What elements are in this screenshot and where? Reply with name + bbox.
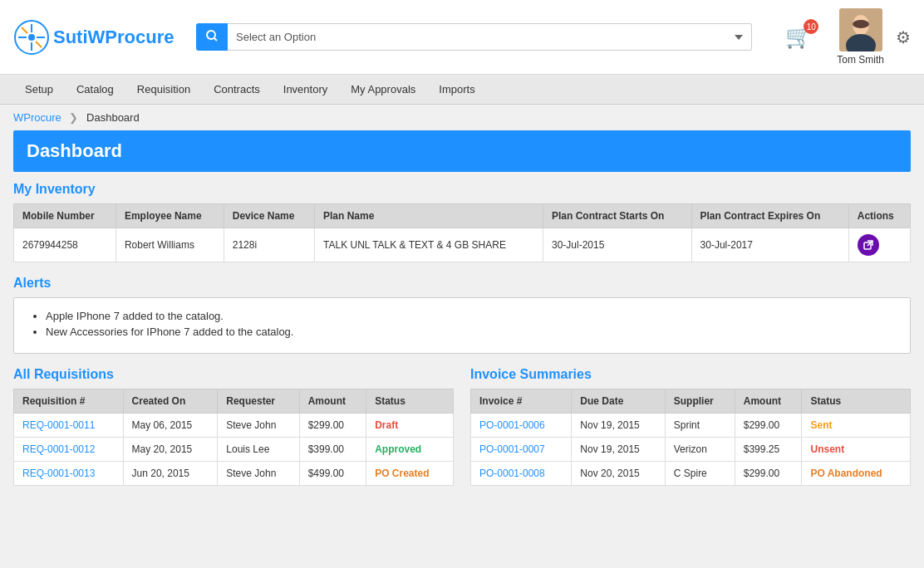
inv-status-0: Sent [802, 414, 911, 438]
inv-col-id: Invoice # [471, 389, 572, 414]
logo-suti: Suti [53, 27, 88, 47]
logo-icon [13, 19, 50, 56]
table-row: REQ-0001-0013 Jun 20, 2015 Steve John $4… [14, 462, 454, 486]
req-link-1[interactable]: REQ-0001-0012 [22, 443, 95, 455]
user-area: Tom Smith [837, 8, 884, 66]
inventory-section: My Inventory Mobile Number Employee Name… [13, 182, 911, 262]
bottom-section: All Requisitions Requisition # Created O… [13, 367, 911, 499]
inventory-plan: TALK UNL TALK & TEXT & 4 GB SHARE [315, 228, 543, 262]
inventory-title: My Inventory [13, 182, 911, 197]
inv-col-status: Status [802, 389, 911, 414]
inv-date-2: Nov 20, 2015 [572, 462, 665, 486]
edit-external-icon [863, 240, 873, 250]
nav-item-catalog[interactable]: Catalog [65, 75, 125, 104]
search-button[interactable] [196, 23, 228, 51]
inventory-col-device: Device Name [224, 204, 314, 228]
nav-item-my-approvals[interactable]: My Approvals [339, 75, 427, 104]
search-icon [206, 30, 218, 42]
header: SutiWProcure Select an Option 🛒 10 T [0, 0, 924, 75]
nav-item-contracts[interactable]: Contracts [202, 75, 272, 104]
alerts-section: Alerts Apple IPhone 7 added to the catal… [13, 276, 911, 354]
cart-badge: 10 [804, 19, 818, 34]
avatar-image [839, 8, 882, 51]
logo-area: SutiWProcure [13, 19, 179, 56]
avatar [839, 8, 882, 51]
inventory-action-cell [848, 228, 910, 262]
inventory-col-actions: Actions [848, 204, 910, 228]
inv-link-1[interactable]: PO-0001-0007 [479, 443, 545, 455]
inv-id-1: PO-0001-0007 [471, 438, 572, 462]
nav-bar: Setup Catalog Requisition Contracts Inve… [0, 75, 924, 105]
requisitions-section: All Requisitions Requisition # Created O… [13, 367, 454, 499]
content-area: My Inventory Mobile Number Employee Name… [0, 182, 924, 499]
inv-supplier-0: Sprint [665, 414, 735, 438]
inventory-col-starts: Plan Contract Starts On [543, 204, 692, 228]
svg-line-15 [867, 241, 872, 246]
inv-date-0: Nov 19, 2015 [572, 414, 665, 438]
req-amount-2: $499.00 [299, 462, 366, 486]
search-area: Select an Option [196, 23, 752, 51]
inv-id-0: PO-0001-0006 [471, 414, 572, 438]
settings-icon[interactable]: ⚙ [896, 27, 911, 47]
inventory-col-employee: Employee Name [116, 204, 224, 228]
table-row: 2679944258 Robert Williams 2128i TALK UN… [14, 228, 911, 262]
req-requester-2: Steve John [218, 462, 299, 486]
invoices-title: Invoice Summaries [470, 367, 911, 382]
inv-supplier-2: C Spire [665, 462, 735, 486]
req-col-id: Requisition # [14, 389, 124, 414]
logo-text: SutiWProcure [53, 27, 174, 48]
inventory-starts: 30-Jul-2015 [543, 228, 692, 262]
inventory-device: 2128i [224, 228, 314, 262]
table-row: REQ-0001-0012 May 20, 2015 Louis Lee $39… [14, 438, 454, 462]
page-title: Dashboard [13, 130, 911, 172]
inv-col-date: Due Date [572, 389, 665, 414]
alerts-title: Alerts [13, 276, 911, 291]
inv-link-0[interactable]: PO-0001-0006 [479, 419, 545, 431]
inv-amount-2: $299.00 [735, 462, 802, 486]
alerts-list: Apple IPhone 7 added to the catalog. New… [29, 310, 895, 338]
alert-item-0: Apple IPhone 7 added to the catalog. [46, 310, 895, 322]
nav-item-setup[interactable]: Setup [13, 75, 65, 104]
req-id-2: REQ-0001-0013 [14, 462, 124, 486]
breadcrumb-separator: ❯ [69, 111, 78, 124]
req-id-0: REQ-0001-0011 [14, 414, 124, 438]
req-col-requester: Requester [218, 389, 299, 414]
req-link-0[interactable]: REQ-0001-0011 [22, 419, 95, 431]
req-date-0: May 06, 2015 [123, 414, 218, 438]
cart-area[interactable]: 🛒 10 [785, 24, 812, 50]
req-link-2[interactable]: REQ-0001-0013 [22, 468, 95, 479]
inventory-action-button[interactable] [858, 234, 879, 256]
inv-link-2[interactable]: PO-0001-0008 [479, 468, 545, 479]
alerts-box: Apple IPhone 7 added to the catalog. New… [13, 297, 911, 354]
req-requester-0: Steve John [218, 414, 299, 438]
invoices-table: Invoice # Due Date Supplier Amount Statu… [470, 389, 911, 486]
svg-line-6 [22, 27, 27, 33]
inventory-expires: 30-Jul-2017 [691, 228, 848, 262]
nav-item-requisition[interactable]: Requisition [125, 75, 202, 104]
req-col-date: Created On [123, 389, 218, 414]
inv-status-2: PO Abandoned [802, 462, 911, 486]
svg-point-1 [28, 34, 35, 41]
nav-item-imports[interactable]: Imports [427, 75, 486, 104]
table-row: REQ-0001-0011 May 06, 2015 Steve John $2… [14, 414, 454, 438]
inventory-col-plan: Plan Name [315, 204, 543, 228]
inv-amount-1: $399.25 [735, 438, 802, 462]
inv-status-1: Unsent [802, 438, 911, 462]
inventory-col-expires: Plan Contract Expires On [691, 204, 848, 228]
req-requester-1: Louis Lee [218, 438, 299, 462]
req-id-1: REQ-0001-0012 [14, 438, 124, 462]
inv-date-1: Nov 19, 2015 [572, 438, 665, 462]
table-row: PO-0001-0006 Nov 19, 2015 Sprint $299.00… [471, 414, 911, 438]
requisitions-title: All Requisitions [13, 367, 454, 382]
logo-wprocure: WProcure [88, 27, 174, 47]
inv-supplier-1: Verizon [665, 438, 735, 462]
table-row: PO-0001-0008 Nov 20, 2015 C Spire $299.0… [471, 462, 911, 486]
breadcrumb-home[interactable]: WProcure [13, 111, 61, 124]
req-status-2: PO Created [366, 462, 454, 486]
inv-id-2: PO-0001-0008 [471, 462, 572, 486]
search-select[interactable]: Select an Option [228, 23, 752, 51]
svg-line-7 [36, 42, 42, 47]
inventory-col-mobile: Mobile Number [14, 204, 116, 228]
nav-item-inventory[interactable]: Inventory [272, 75, 339, 104]
req-status-1: Approved [366, 438, 454, 462]
